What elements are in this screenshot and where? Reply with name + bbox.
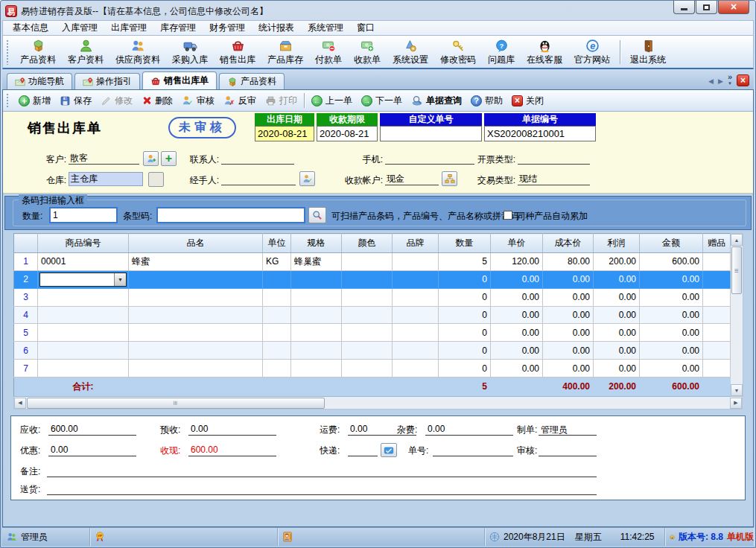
trade-type-field[interactable]: 现结 <box>518 173 590 185</box>
audit-button[interactable]: ✓ 审核 <box>177 92 219 109</box>
prepaid-value[interactable]: 0.00 <box>188 424 276 436</box>
prev-order-button[interactable]: 上一单 <box>307 92 357 109</box>
toolbar-question-bank[interactable]: ? 问题库 <box>482 37 521 67</box>
user-icon <box>7 532 17 542</box>
barcode-panel: 条码扫描输入框 数量: 条型码: 可扫描产品条码，产品编号、产品名称或拼音码 同… <box>4 196 752 230</box>
inventory-box-icon <box>279 39 293 53</box>
toolbar-online-service[interactable]: 在线客服 <box>521 37 568 67</box>
invoice-type-label: 开票类型: <box>433 153 515 166</box>
tabbar: 功能导航 操作指引 销售出库单 产品资料 <box>2 69 754 89</box>
barcode-label: 条型码: <box>123 210 152 223</box>
scroll-left-icon[interactable] <box>14 398 26 409</box>
toolbar-supplier-data[interactable]: 供应商资料 <box>109 37 166 67</box>
remark-label: 备注: <box>20 465 40 478</box>
scroll-down-icon[interactable] <box>731 384 743 396</box>
payment-deadline-header: 收款期限 <box>317 113 378 126</box>
supplier-icon <box>131 39 145 53</box>
user-name: 管理员 <box>21 531 48 544</box>
contact-label: 联系人: <box>137 153 219 166</box>
vertical-scroll-thumb[interactable] <box>731 246 742 294</box>
outbound-date-value[interactable]: 2020-08-21 <box>255 126 314 141</box>
maximize-button[interactable] <box>696 1 717 14</box>
horizontal-scroll-thumb[interactable] <box>27 398 325 409</box>
tab-scroll-left-icon[interactable] <box>708 75 714 86</box>
delivery-value[interactable] <box>47 483 597 495</box>
payment-deadline-value[interactable]: 2020-08-21 <box>317 126 378 141</box>
new-button[interactable]: 新增 <box>14 92 55 109</box>
tab-scroll-right-icon[interactable] <box>718 75 723 86</box>
col-qty: 数量 <box>439 234 491 253</box>
barcode-input[interactable] <box>156 207 305 223</box>
barcode-row: 数量: 条型码: 可扫描产品条码，产品编号、产品名称或拼音码 同种产品自动累加 <box>5 206 751 225</box>
toolbar-purchase-inbound[interactable]: 采购入库 <box>166 37 214 67</box>
product-boxes-icon <box>31 39 45 53</box>
barcode-search-button[interactable] <box>308 207 326 223</box>
close-form-button[interactable]: 关闭 <box>507 92 548 109</box>
version-text: 版本号: 8.8 <box>679 531 723 544</box>
close-form-icon <box>512 95 523 106</box>
toolbar-product-stock[interactable]: 产品库存 <box>261 37 309 67</box>
discount-value[interactable]: 0.00 <box>48 445 136 456</box>
delete-button[interactable]: 删除 <box>137 92 177 109</box>
document-number-value[interactable]: XS202008210001 <box>484 126 596 141</box>
custom-number-value[interactable] <box>380 126 482 141</box>
toolbar-exit-system[interactable]: 退出系统 <box>624 37 672 67</box>
unaudit-button[interactable]: ✗ 反审 <box>219 92 261 109</box>
cash-received-value[interactable]: 600.00 <box>188 445 276 456</box>
minimize-button[interactable] <box>673 1 695 14</box>
svg-text:✗: ✗ <box>229 99 235 106</box>
order-query-button[interactable]: 单据查询 <box>407 92 466 109</box>
close-button[interactable] <box>718 1 749 14</box>
customer-icon <box>79 39 93 53</box>
contact-field[interactable] <box>221 152 294 165</box>
vertical-scrollbar[interactable] <box>731 233 743 397</box>
product-code-combobox[interactable] <box>39 273 127 287</box>
menu-finance[interactable]: 财务管理 <box>203 20 252 36</box>
receivable-value[interactable]: 600.00 <box>48 424 136 436</box>
help-button[interactable]: 帮助 <box>466 92 507 109</box>
toolbar-product-data[interactable]: 产品资料 <box>14 37 62 67</box>
menu-inbound[interactable]: 入库管理 <box>55 20 104 36</box>
customer-field[interactable]: 散客 <box>69 152 139 165</box>
menu-window[interactable]: 窗口 <box>350 20 381 36</box>
toolbar-customer-data[interactable]: 客户资料 <box>62 37 109 67</box>
remark-value[interactable] <box>47 465 597 477</box>
tab-close-button[interactable] <box>737 74 749 86</box>
combobox-dropdown-icon[interactable] <box>114 273 126 286</box>
toolbar-official-website[interactable]: e 官方网站 <box>568 37 616 67</box>
tab-more-icon[interactable] <box>728 74 732 86</box>
toolbar-system-settings[interactable]: 系统设置 <box>387 37 434 67</box>
qty-input[interactable] <box>49 207 118 223</box>
save-button[interactable]: 保存 <box>55 92 96 109</box>
courier-value[interactable] <box>348 445 378 456</box>
next-order-button[interactable]: 下一单 <box>357 92 407 109</box>
toolbar-payment-slip[interactable]: 付款单 <box>309 37 348 67</box>
toolbar-receipt-slip[interactable]: 收款单 <box>348 37 387 67</box>
toolbar-change-password[interactable]: 修改密码 <box>434 37 482 67</box>
horizontal-scrollbar[interactable] <box>13 397 743 410</box>
receivable-label: 应收: <box>20 424 40 436</box>
menu-stock[interactable]: 库存管理 <box>153 20 203 36</box>
menu-system[interactable]: 系统管理 <box>301 20 350 36</box>
tab-function-nav[interactable]: 功能导航 <box>7 73 72 89</box>
online-service-penguin-icon <box>538 39 552 53</box>
invoice-type-field[interactable] <box>518 152 590 165</box>
misc-fee-value[interactable]: 0.00 <box>425 424 513 436</box>
menu-basic-info[interactable]: 基本信息 <box>6 20 55 36</box>
vip-icon: VIP <box>95 532 105 542</box>
scroll-right-icon[interactable] <box>730 398 742 409</box>
courier-button[interactable] <box>381 443 397 457</box>
tracking-value[interactable] <box>433 445 513 456</box>
tab-sales-outbound-order[interactable]: 销售出库单 <box>142 71 217 89</box>
scroll-up-icon[interactable] <box>731 234 743 246</box>
col-cost: 成本价 <box>543 234 594 253</box>
menu-reports[interactable]: 统计报表 <box>252 20 301 36</box>
toolbar-sales-outbound[interactable]: 销售出库 <box>214 37 261 67</box>
warehouse-field[interactable]: 主仓库 <box>69 172 143 186</box>
autoadd-checkbox[interactable] <box>504 211 512 220</box>
menu-outbound[interactable]: 出库管理 <box>104 20 153 36</box>
tab-product-data[interactable]: 产品资料 <box>219 73 285 89</box>
agent-field[interactable] <box>221 173 296 185</box>
account-field[interactable]: 现金 <box>385 173 439 185</box>
tab-operation-guide[interactable]: 操作指引 <box>74 73 140 89</box>
